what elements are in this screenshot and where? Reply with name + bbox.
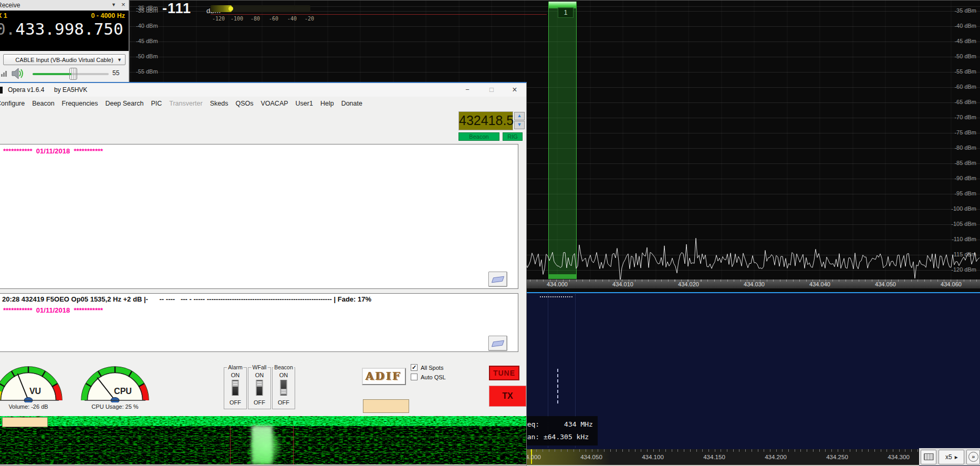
switch-knob[interactable] — [257, 381, 263, 387]
menu-skeds[interactable]: Skeds — [210, 100, 228, 107]
off-label: OFF — [273, 399, 295, 406]
receive-titlebar[interactable]: Receive ▼ × — [0, 0, 129, 11]
tune-button[interactable]: TUNE — [489, 366, 519, 380]
spin-up-button[interactable]: ▲ — [514, 112, 525, 120]
bandwidth-label: 0 - 4000 Hz — [91, 12, 125, 19]
alarm-toggle-group: Alarm ON OFF — [224, 367, 247, 409]
play-icon: ▸ — [955, 453, 958, 461]
switch-knob[interactable] — [281, 389, 287, 395]
callsign-input[interactable] — [363, 399, 409, 413]
on-label: ON — [248, 372, 270, 378]
adif-export-button[interactable]: ADIF — [362, 368, 406, 385]
checkbox-checked[interactable]: ✓ — [411, 364, 418, 371]
opera-window: Opera v1.6.4 by EA5HVK − □ × Configure B… — [0, 82, 527, 466]
meter-tick: -120 — [212, 16, 225, 22]
close-icon[interactable]: × — [507, 85, 523, 95]
maximize-icon[interactable]: □ — [484, 85, 499, 95]
spin-down-button[interactable]: ▼ — [514, 121, 525, 129]
switch-knob[interactable] — [233, 381, 238, 387]
vu-caption: Volume: -26 dB — [0, 403, 62, 410]
axis-label: -35 dBm — [136, 7, 158, 14]
zoom-controls: x5 ▸ » — [919, 448, 980, 465]
all-spots-option[interactable]: ✓ All Spots — [411, 364, 443, 371]
collapse-icon[interactable]: ▼ — [111, 2, 116, 7]
meter-tick: -60 — [269, 16, 278, 22]
clear-log-button[interactable] — [488, 272, 507, 287]
receive-window: Receive ▼ × X 1 0 - 4000 Hz 0.433.998.75… — [0, 0, 129, 83]
axis-label: -105 dBm — [951, 221, 976, 227]
menu-beacon[interactable]: Beacon — [32, 100, 54, 107]
auto-qsl-label: Auto QSL — [421, 374, 446, 380]
window-subtitle: by EA5HVK — [54, 86, 87, 94]
tx-button[interactable]: TX — [489, 386, 526, 407]
menu-configure[interactable]: Configure — [0, 100, 25, 107]
freq-tick-label: 434.040 — [809, 281, 830, 287]
alarm-switch[interactable] — [232, 380, 239, 396]
keyboard-entry-button[interactable] — [921, 450, 936, 464]
freq-tick-label: 434.200 — [765, 454, 787, 460]
axis-label: -45 dBm — [136, 38, 158, 44]
axis-label: -80 dBm — [954, 144, 976, 151]
fast-forward-icon: » — [968, 452, 978, 462]
signal-trace-core — [252, 426, 273, 464]
audio-device-select[interactable]: CABLE Input (VB-Audio Virtual Cable) ▼ — [3, 54, 126, 65]
passband-marker-right — [293, 426, 294, 464]
on-label: ON — [224, 372, 246, 378]
fast-forward-button[interactable]: » — [966, 450, 980, 464]
keyboard-icon — [924, 453, 934, 460]
clear-log-button[interactable] — [488, 336, 507, 351]
menu-pic[interactable]: PIC — [151, 100, 162, 107]
beacon-mode-button[interactable]: Beacon — [458, 132, 499, 141]
window-title: Opera v1.6.4 — [8, 86, 44, 94]
beacon-log-area[interactable]: *********** 01/11/2018 *********** — [0, 144, 518, 289]
axis-label: -55 dBm — [954, 68, 976, 75]
receive-title: Receive — [0, 2, 20, 9]
menu-deep-search[interactable]: Deep Search — [105, 100, 143, 107]
off-label: OFF — [248, 399, 270, 406]
zoom-frequency-scale[interactable]: 434.000 434.050 434.100 434.150 434.200 … — [524, 449, 980, 465]
app-icon — [0, 87, 3, 94]
axis-label: -60 dBm — [954, 84, 976, 90]
off-label: OFF — [224, 399, 246, 406]
volume-value: 55 — [112, 69, 119, 77]
wfall-switch[interactable] — [256, 380, 263, 396]
auto-qsl-option[interactable]: Auto QSL — [411, 374, 446, 380]
opera-titlebar[interactable]: Opera v1.6.4 by EA5HVK − □ × — [0, 83, 526, 97]
tune-cursor-line — [557, 369, 558, 403]
checkbox-unchecked[interactable] — [411, 374, 418, 380]
tooltip-freq: Freq: 434 MHz — [519, 420, 593, 428]
axis-label: -50 dBm — [954, 53, 976, 59]
levels-icon — [1, 74, 3, 77]
dial-frequency-field[interactable]: 432418.5 — [458, 111, 513, 130]
axis-label: -75 dBm — [954, 129, 976, 136]
zoom-factor-button[interactable]: x5 ▸ — [939, 450, 964, 464]
decode-log-area[interactable]: 20:28 432419 F5OEO Op05 1535,2 Hz +2 dB … — [0, 293, 518, 352]
passband-marker-left — [230, 426, 231, 464]
noise-floor-trace — [526, 232, 980, 287]
rig-mode-button[interactable]: RIG — [503, 132, 523, 141]
svg-text:VU: VU — [29, 387, 41, 396]
menu-transverter[interactable]: Transverter — [169, 100, 202, 107]
menu-help[interactable]: Help — [320, 100, 334, 107]
menu-qsos[interactable]: QSOs — [235, 100, 253, 107]
marker-badge: 1 — [558, 7, 574, 18]
minimize-icon[interactable]: − — [460, 85, 475, 95]
axis-label: -100 dBm — [951, 205, 976, 212]
menu-frequencies[interactable]: Frequencies — [62, 100, 98, 107]
axis-label: -95 dBm — [954, 190, 976, 196]
close-icon[interactable]: × — [121, 1, 126, 8]
speaker-icon[interactable] — [12, 68, 24, 79]
rx-channel-label: X 1 — [0, 12, 7, 19]
menu-donate[interactable]: Donate — [341, 100, 362, 107]
waterfall-info-box — [2, 417, 48, 427]
volume-slider-handle[interactable] — [69, 68, 77, 80]
axis-label: -65 dBm — [954, 99, 976, 105]
meter-tick: -20 — [305, 16, 314, 22]
level-meter-scale-line — [211, 14, 547, 15]
axis-label: -70 dBm — [954, 114, 976, 120]
menu-user1[interactable]: User1 — [296, 100, 313, 107]
frequency-display[interactable]: 0.433.998.750 — [0, 19, 123, 38]
menu-voacap[interactable]: VOACAP — [260, 100, 288, 107]
beacon-switch[interactable] — [280, 380, 287, 396]
all-spots-label: All Spots — [421, 365, 443, 371]
